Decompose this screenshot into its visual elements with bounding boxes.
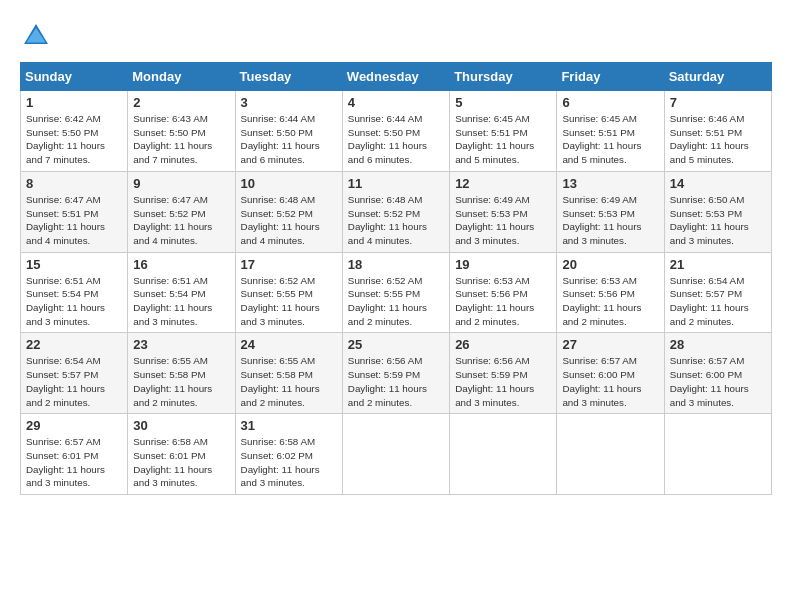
day-info: Sunrise: 6:48 AMSunset: 5:52 PMDaylight:… — [348, 193, 444, 248]
calendar-cell: 3Sunrise: 6:44 AMSunset: 5:50 PMDaylight… — [235, 91, 342, 172]
day-info: Sunrise: 6:58 AMSunset: 6:02 PMDaylight:… — [241, 435, 337, 490]
calendar-cell: 7Sunrise: 6:46 AMSunset: 5:51 PMDaylight… — [664, 91, 771, 172]
calendar-week-row: 8Sunrise: 6:47 AMSunset: 5:51 PMDaylight… — [21, 171, 772, 252]
calendar-cell: 30Sunrise: 6:58 AMSunset: 6:01 PMDayligh… — [128, 414, 235, 495]
day-info: Sunrise: 6:53 AMSunset: 5:56 PMDaylight:… — [455, 274, 551, 329]
day-info: Sunrise: 6:45 AMSunset: 5:51 PMDaylight:… — [455, 112, 551, 167]
calendar-day-header: Tuesday — [235, 63, 342, 91]
calendar-day-header: Friday — [557, 63, 664, 91]
day-number: 11 — [348, 176, 444, 191]
calendar-cell: 27Sunrise: 6:57 AMSunset: 6:00 PMDayligh… — [557, 333, 664, 414]
day-info: Sunrise: 6:49 AMSunset: 5:53 PMDaylight:… — [562, 193, 658, 248]
day-number: 5 — [455, 95, 551, 110]
calendar-cell: 29Sunrise: 6:57 AMSunset: 6:01 PMDayligh… — [21, 414, 128, 495]
day-info: Sunrise: 6:44 AMSunset: 5:50 PMDaylight:… — [241, 112, 337, 167]
calendar-cell — [342, 414, 449, 495]
day-info: Sunrise: 6:56 AMSunset: 5:59 PMDaylight:… — [455, 354, 551, 409]
calendar-cell: 15Sunrise: 6:51 AMSunset: 5:54 PMDayligh… — [21, 252, 128, 333]
day-number: 8 — [26, 176, 122, 191]
day-info: Sunrise: 6:46 AMSunset: 5:51 PMDaylight:… — [670, 112, 766, 167]
day-number: 14 — [670, 176, 766, 191]
calendar-cell: 24Sunrise: 6:55 AMSunset: 5:58 PMDayligh… — [235, 333, 342, 414]
calendar-day-header: Sunday — [21, 63, 128, 91]
day-info: Sunrise: 6:57 AMSunset: 6:00 PMDaylight:… — [670, 354, 766, 409]
calendar-week-row: 29Sunrise: 6:57 AMSunset: 6:01 PMDayligh… — [21, 414, 772, 495]
calendar-week-row: 1Sunrise: 6:42 AMSunset: 5:50 PMDaylight… — [21, 91, 772, 172]
day-number: 29 — [26, 418, 122, 433]
day-info: Sunrise: 6:55 AMSunset: 5:58 PMDaylight:… — [241, 354, 337, 409]
day-info: Sunrise: 6:57 AMSunset: 6:00 PMDaylight:… — [562, 354, 658, 409]
calendar-cell: 4Sunrise: 6:44 AMSunset: 5:50 PMDaylight… — [342, 91, 449, 172]
calendar-cell: 26Sunrise: 6:56 AMSunset: 5:59 PMDayligh… — [450, 333, 557, 414]
logo — [20, 20, 56, 52]
calendar-day-header: Thursday — [450, 63, 557, 91]
calendar-cell — [557, 414, 664, 495]
calendar-cell: 6Sunrise: 6:45 AMSunset: 5:51 PMDaylight… — [557, 91, 664, 172]
day-number: 2 — [133, 95, 229, 110]
day-number: 24 — [241, 337, 337, 352]
calendar-header-row: SundayMondayTuesdayWednesdayThursdayFrid… — [21, 63, 772, 91]
day-info: Sunrise: 6:42 AMSunset: 5:50 PMDaylight:… — [26, 112, 122, 167]
calendar-cell: 23Sunrise: 6:55 AMSunset: 5:58 PMDayligh… — [128, 333, 235, 414]
day-number: 20 — [562, 257, 658, 272]
day-info: Sunrise: 6:45 AMSunset: 5:51 PMDaylight:… — [562, 112, 658, 167]
calendar-body: 1Sunrise: 6:42 AMSunset: 5:50 PMDaylight… — [21, 91, 772, 495]
page-header — [20, 20, 772, 52]
day-number: 22 — [26, 337, 122, 352]
day-number: 21 — [670, 257, 766, 272]
logo-icon — [20, 20, 52, 52]
day-number: 6 — [562, 95, 658, 110]
calendar-table: SundayMondayTuesdayWednesdayThursdayFrid… — [20, 62, 772, 495]
calendar-cell: 13Sunrise: 6:49 AMSunset: 5:53 PMDayligh… — [557, 171, 664, 252]
day-info: Sunrise: 6:56 AMSunset: 5:59 PMDaylight:… — [348, 354, 444, 409]
calendar-cell: 28Sunrise: 6:57 AMSunset: 6:00 PMDayligh… — [664, 333, 771, 414]
day-number: 10 — [241, 176, 337, 191]
day-info: Sunrise: 6:49 AMSunset: 5:53 PMDaylight:… — [455, 193, 551, 248]
day-info: Sunrise: 6:58 AMSunset: 6:01 PMDaylight:… — [133, 435, 229, 490]
day-number: 7 — [670, 95, 766, 110]
day-info: Sunrise: 6:52 AMSunset: 5:55 PMDaylight:… — [348, 274, 444, 329]
calendar-cell: 17Sunrise: 6:52 AMSunset: 5:55 PMDayligh… — [235, 252, 342, 333]
calendar-cell: 12Sunrise: 6:49 AMSunset: 5:53 PMDayligh… — [450, 171, 557, 252]
day-info: Sunrise: 6:53 AMSunset: 5:56 PMDaylight:… — [562, 274, 658, 329]
day-info: Sunrise: 6:48 AMSunset: 5:52 PMDaylight:… — [241, 193, 337, 248]
calendar-cell: 21Sunrise: 6:54 AMSunset: 5:57 PMDayligh… — [664, 252, 771, 333]
calendar-cell: 11Sunrise: 6:48 AMSunset: 5:52 PMDayligh… — [342, 171, 449, 252]
day-number: 4 — [348, 95, 444, 110]
day-number: 23 — [133, 337, 229, 352]
calendar-cell: 31Sunrise: 6:58 AMSunset: 6:02 PMDayligh… — [235, 414, 342, 495]
day-info: Sunrise: 6:51 AMSunset: 5:54 PMDaylight:… — [133, 274, 229, 329]
day-number: 27 — [562, 337, 658, 352]
day-number: 13 — [562, 176, 658, 191]
day-number: 16 — [133, 257, 229, 272]
day-number: 15 — [26, 257, 122, 272]
calendar-cell — [450, 414, 557, 495]
calendar-cell: 18Sunrise: 6:52 AMSunset: 5:55 PMDayligh… — [342, 252, 449, 333]
day-number: 17 — [241, 257, 337, 272]
day-number: 25 — [348, 337, 444, 352]
calendar-cell: 19Sunrise: 6:53 AMSunset: 5:56 PMDayligh… — [450, 252, 557, 333]
calendar-cell: 1Sunrise: 6:42 AMSunset: 5:50 PMDaylight… — [21, 91, 128, 172]
day-info: Sunrise: 6:47 AMSunset: 5:52 PMDaylight:… — [133, 193, 229, 248]
day-info: Sunrise: 6:43 AMSunset: 5:50 PMDaylight:… — [133, 112, 229, 167]
calendar-cell: 8Sunrise: 6:47 AMSunset: 5:51 PMDaylight… — [21, 171, 128, 252]
day-number: 12 — [455, 176, 551, 191]
day-info: Sunrise: 6:55 AMSunset: 5:58 PMDaylight:… — [133, 354, 229, 409]
calendar-cell — [664, 414, 771, 495]
calendar-day-header: Saturday — [664, 63, 771, 91]
calendar-cell: 14Sunrise: 6:50 AMSunset: 5:53 PMDayligh… — [664, 171, 771, 252]
day-number: 18 — [348, 257, 444, 272]
day-info: Sunrise: 6:54 AMSunset: 5:57 PMDaylight:… — [26, 354, 122, 409]
day-number: 26 — [455, 337, 551, 352]
day-info: Sunrise: 6:44 AMSunset: 5:50 PMDaylight:… — [348, 112, 444, 167]
calendar-cell: 20Sunrise: 6:53 AMSunset: 5:56 PMDayligh… — [557, 252, 664, 333]
day-info: Sunrise: 6:52 AMSunset: 5:55 PMDaylight:… — [241, 274, 337, 329]
calendar-cell: 25Sunrise: 6:56 AMSunset: 5:59 PMDayligh… — [342, 333, 449, 414]
calendar-week-row: 15Sunrise: 6:51 AMSunset: 5:54 PMDayligh… — [21, 252, 772, 333]
day-info: Sunrise: 6:47 AMSunset: 5:51 PMDaylight:… — [26, 193, 122, 248]
calendar-day-header: Monday — [128, 63, 235, 91]
day-number: 19 — [455, 257, 551, 272]
calendar-cell: 9Sunrise: 6:47 AMSunset: 5:52 PMDaylight… — [128, 171, 235, 252]
day-info: Sunrise: 6:50 AMSunset: 5:53 PMDaylight:… — [670, 193, 766, 248]
day-number: 31 — [241, 418, 337, 433]
